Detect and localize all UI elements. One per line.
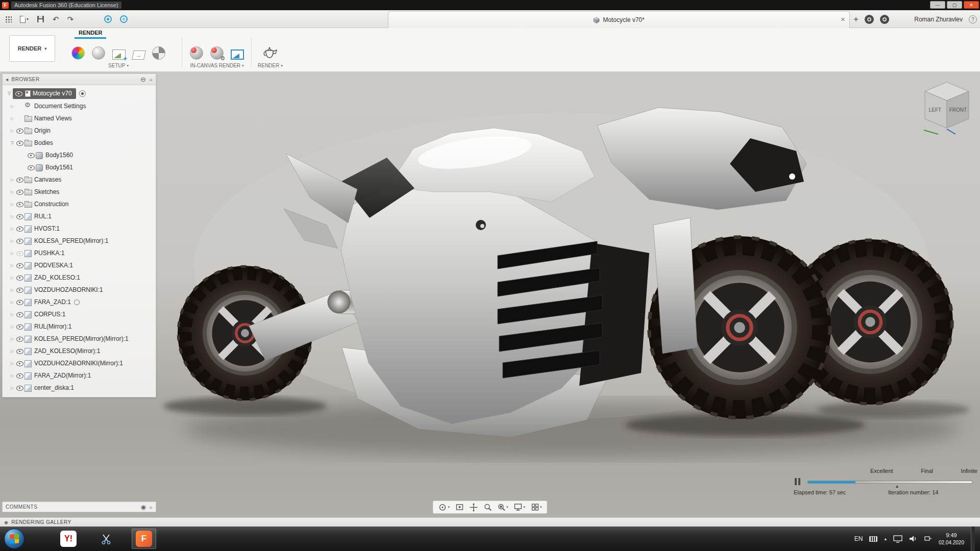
tree-row[interactable]: ▷ FARA_ZAD:1 (3, 296, 156, 308)
activate-radio-icon[interactable] (74, 299, 80, 305)
visibility-eye-icon[interactable] (16, 176, 24, 183)
tree-row[interactable]: ▷ PUSHKA:1 (3, 247, 156, 259)
tree-row[interactable]: ▷ Named Views (3, 112, 156, 124)
decal-icon[interactable] (112, 49, 126, 60)
job-queue-button[interactable] (880, 15, 889, 24)
scene-settings-icon[interactable] (92, 46, 105, 60)
expand-arrow-icon[interactable]: ▷ (9, 361, 16, 366)
job-status-icon[interactable] (104, 15, 112, 23)
viewport-canvas[interactable]: LEFT FRONT ◂ BROWSER ⊖ » ▷ Motocyc (0, 72, 980, 517)
expand-arrow-icon[interactable]: ▷ (9, 263, 16, 268)
taskbar-clock[interactable]: 9:49 02.04.2020 (939, 532, 964, 546)
user-account-button[interactable]: Roman Zhuravlev (914, 16, 963, 23)
fit-button[interactable]: ▾ (497, 503, 508, 511)
circle-dot-icon[interactable]: ◉ (140, 504, 146, 511)
render-teapot-icon[interactable] (262, 46, 278, 60)
visibility-eye-icon[interactable] (16, 188, 24, 195)
ribbon-tab-render[interactable]: RENDER (75, 29, 106, 39)
expand-arrow-icon[interactable]: ▷ (9, 178, 16, 182)
pan-button[interactable] (469, 503, 478, 512)
extensions-button[interactable] (865, 15, 874, 24)
expand-arrow-icon[interactable]: ▷ (9, 324, 16, 329)
tree-row[interactable]: ▷ Sketches (3, 186, 156, 198)
app-grid-menu-icon[interactable] (5, 16, 12, 22)
appearance-icon[interactable] (71, 46, 85, 60)
orbit-button[interactable]: ▾ (438, 503, 450, 512)
tree-row[interactable]: ▷ Body1561 (3, 161, 156, 173)
tree-row[interactable]: ▷ RUL:1 (3, 210, 156, 222)
workspace-switcher-button[interactable]: RENDER ▾ (9, 35, 55, 62)
redo-button[interactable]: ↷ (67, 10, 74, 28)
comments-panel[interactable]: COMMENTS ◉ » (2, 502, 156, 512)
in-canvas-render-icon[interactable] (190, 46, 203, 60)
activate-component-radio[interactable] (79, 90, 86, 97)
close-tab-icon[interactable]: ✕ (841, 16, 845, 23)
expand-arrow-icon[interactable]: ▷ (9, 202, 16, 207)
expand-arrow-icon[interactable]: ▷ (9, 373, 16, 378)
notification-status-icon[interactable] (120, 15, 128, 23)
environment-icon[interactable] (152, 46, 165, 60)
tray-expand-icon[interactable]: ▴ (884, 536, 887, 541)
save-button[interactable] (37, 15, 44, 23)
tree-row[interactable]: ▷ Document Settings (3, 100, 156, 112)
start-button[interactable] (4, 529, 24, 549)
in-canvas-render-group-label[interactable]: IN-CANVAS RENDER ▾ (190, 63, 243, 68)
tree-row[interactable]: ▷ Bodies (3, 137, 156, 149)
expand-arrow-icon[interactable]: ▷ (9, 288, 16, 292)
taskbar-fusion-button[interactable]: F (132, 529, 156, 549)
expand-arrow-icon[interactable]: ▷ (9, 386, 16, 390)
tree-row[interactable]: ▷ RUL(Mirror):1 (3, 320, 156, 333)
expand-arrow-icon[interactable]: ▷ (9, 251, 16, 256)
expand-arrow-icon[interactable]: ▷ (9, 300, 16, 305)
network-icon[interactable] (924, 535, 932, 542)
look-at-button[interactable] (455, 503, 463, 511)
circle-minus-icon[interactable]: ⊖ (140, 76, 146, 83)
browser-panel-header[interactable]: ◂ BROWSER ⊖ » (3, 74, 156, 85)
tree-row[interactable]: ▷ HVOST:1 (3, 222, 156, 235)
grid-layout-button[interactable]: ▾ (531, 503, 542, 511)
help-button[interactable]: ? (969, 15, 977, 23)
tree-row[interactable]: ▷ FARA_ZAD(Mirror):1 (3, 369, 156, 382)
visibility-eye-icon[interactable] (16, 127, 24, 134)
in-canvas-render-settings-icon[interactable] (210, 46, 224, 60)
setup-group-label[interactable]: SETUP ▾ (108, 63, 129, 68)
visibility-eye-icon[interactable] (27, 164, 35, 171)
expand-arrow-icon[interactable]: ▷ (9, 276, 16, 280)
tree-row[interactable]: ▷ VOZDUHOZABORNIKI:1 (3, 284, 156, 296)
close-window-button[interactable]: ✕ (964, 1, 979, 9)
tree-row[interactable]: ▷ Origin (3, 124, 156, 137)
visibility-eye-icon[interactable] (16, 201, 24, 208)
tree-row[interactable]: ▷ Canvases (3, 173, 156, 186)
panel-handle-icon[interactable]: » (149, 504, 153, 510)
capture-image-icon[interactable] (231, 49, 244, 60)
expand-arrow-icon[interactable]: ▷ (7, 90, 12, 97)
visibility-eye-icon[interactable] (27, 152, 35, 159)
expand-arrow-icon[interactable]: ▷ (9, 116, 16, 121)
expand-arrow-icon[interactable]: ▷ (9, 337, 16, 341)
new-tab-button[interactable]: + (853, 10, 859, 28)
language-indicator[interactable]: EN (854, 535, 863, 542)
expand-arrow-icon[interactable]: ▷ (9, 190, 16, 194)
tree-row-root[interactable]: ▷ Motocycle v70 (3, 87, 156, 100)
tree-row[interactable]: ▷ PODVESKA:1 (3, 259, 156, 271)
tree-row[interactable]: ▷ ZAD_KOLESO:1 (3, 271, 156, 284)
visibility-eye-icon[interactable] (16, 237, 24, 244)
visibility-eye-icon[interactable] (16, 262, 24, 269)
expand-arrow-icon[interactable]: ▷ (9, 129, 16, 133)
quality-marker-slider[interactable]: ▲ (895, 484, 899, 489)
rendering-gallery-bar[interactable]: ◉ RENDERING GALLERY (0, 517, 980, 527)
expand-arrow-icon[interactable]: ▷ (9, 239, 16, 243)
visibility-eye-icon[interactable] (16, 249, 24, 257)
viewcube-front-face[interactable]: FRONT (949, 107, 967, 113)
viewcube-left-face[interactable]: LEFT (929, 107, 941, 113)
tree-row[interactable]: ▷ center_diska:1 (3, 382, 156, 394)
tree-row[interactable]: ▷ ZAD_KOLESO(Mirror):1 (3, 345, 156, 357)
visibility-eye-icon[interactable] (16, 213, 24, 220)
show-desktop-button[interactable] (971, 527, 975, 551)
tree-row[interactable]: ▷ Construction (3, 198, 156, 210)
pause-render-button[interactable] (792, 476, 802, 487)
tree-row[interactable]: ▷ KOLESA_PERED(Mirror)(Mirror):1 (3, 333, 156, 345)
panel-handle-icon[interactable]: » (149, 77, 153, 83)
visibility-eye-icon[interactable] (16, 347, 24, 355)
display-settings-button[interactable]: ▾ (514, 503, 526, 511)
